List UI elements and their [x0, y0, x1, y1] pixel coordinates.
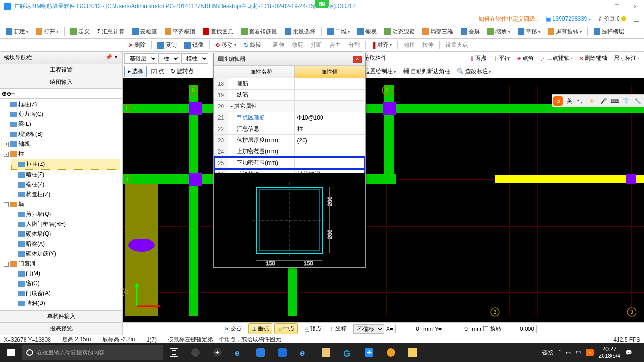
- point-tool[interactable]: 点: [149, 66, 166, 77]
- dimension-button[interactable]: 尺寸标注: [611, 53, 642, 64]
- pan-button[interactable]: 平移: [515, 26, 543, 37]
- grip-button[interactable]: 设置夹点: [443, 40, 471, 50]
- edge-icon[interactable]: e: [228, 343, 250, 362]
- tree-node[interactable]: 端柱(Z): [11, 180, 120, 189]
- trim-button[interactable]: 修剪: [289, 40, 306, 50]
- show-desktop[interactable]: [637, 346, 640, 360]
- tree-node[interactable]: -墙: [4, 199, 120, 209]
- 2d-button[interactable]: 二维: [324, 26, 353, 37]
- sum-button[interactable]: Σ汇总计算: [94, 26, 127, 37]
- local3d-button[interactable]: 局部三维: [420, 26, 456, 37]
- property-close-button[interactable]: ×: [353, 56, 362, 63]
- cloud-check-button[interactable]: 云检查: [129, 26, 160, 37]
- move-button[interactable]: ✥移动: [213, 40, 239, 50]
- tree-node[interactable]: -门窗洞: [4, 259, 120, 269]
- section-report[interactable]: 报表预览: [0, 322, 122, 335]
- ime-lang[interactable]: 英: [565, 96, 574, 106]
- parallel-button[interactable]: ⋕ 平行: [490, 53, 513, 64]
- ime-punct[interactable]: •，: [576, 96, 586, 106]
- taskbar-search[interactable]: 在这里输入你要搜索的内容: [22, 345, 163, 360]
- tree-node[interactable]: 门(M): [11, 269, 120, 279]
- delete-aux-button[interactable]: ✕ 删除辅轴: [576, 53, 610, 64]
- tray-icon-1[interactable]: ▭: [566, 349, 571, 356]
- open-button[interactable]: 打开: [33, 26, 61, 37]
- component-tree[interactable]: 框柱(Z)剪力墙(Q)梁(L)现浇板(B)+轴线-柱框柱(Z)暗柱(Z)端柱(Z…: [0, 99, 122, 310]
- section-draw[interactable]: 绘图输入: [0, 76, 122, 89]
- settings-icon[interactable]: [634, 16, 639, 22]
- delete-button[interactable]: ✕ 删除: [125, 40, 149, 50]
- tree-node[interactable]: 框柱(Z): [4, 99, 120, 109]
- screen-rotate-button[interactable]: 屏幕旋转: [545, 26, 585, 37]
- ime-toolbar[interactable]: S 英 •， ☺ 🎤 ⌨ 👕 🔧: [552, 94, 644, 107]
- tree-node[interactable]: 梁(L): [4, 119, 120, 129]
- y-input[interactable]: [444, 325, 470, 333]
- tray-ime-cn[interactable]: 中: [576, 349, 581, 357]
- type-select[interactable]: 框柱: [181, 53, 208, 64]
- break-button[interactable]: 打断: [308, 40, 325, 50]
- property-row[interactable]: 22 汇总信息柱: [214, 123, 365, 135]
- drawing-canvas[interactable]: 68 1BC 23: [123, 78, 644, 322]
- tree-node[interactable]: 墙洞(D): [11, 298, 120, 308]
- start-button[interactable]: [0, 343, 22, 362]
- corner-button[interactable]: ⋇ 点角: [514, 53, 537, 64]
- tree-node[interactable]: 剪力墙(Q): [4, 109, 120, 119]
- tree-node[interactable]: 砌体墙(Q): [11, 229, 120, 239]
- tree-node[interactable]: 人防门框墙(RF): [11, 219, 120, 229]
- extend-button[interactable]: 延伸: [270, 40, 287, 50]
- app-icon-7[interactable]: [380, 343, 402, 362]
- rotate-checkbox[interactable]: [483, 326, 488, 331]
- tree-node[interactable]: 门联窗(A): [11, 288, 120, 298]
- ime-mic-icon[interactable]: 🎤: [599, 96, 608, 106]
- merge-button[interactable]: 合并: [327, 40, 344, 50]
- observe-button[interactable]: 动态观察: [381, 26, 418, 37]
- level-button[interactable]: 平齐板顶: [162, 26, 198, 37]
- mirror-button[interactable]: 镜像: [182, 40, 206, 50]
- rotate-button[interactable]: ↻旋转: [241, 40, 264, 50]
- tree-node[interactable]: 暗梁(A): [11, 239, 120, 249]
- tray-sogou-icon[interactable]: S: [586, 349, 594, 356]
- snap-cross[interactable]: ✕ 交点: [222, 324, 245, 334]
- view-rebar-button[interactable]: 查看钢筋量: [238, 26, 280, 37]
- property-row[interactable]: 20- 其它属性: [214, 101, 365, 112]
- copy-button[interactable]: 复制: [155, 40, 180, 50]
- rotate-input[interactable]: [504, 325, 537, 333]
- ime-tool-icon[interactable]: 🔧: [633, 96, 642, 106]
- taskbar-clock[interactable]: 20:272018/6/4: [598, 346, 620, 360]
- property-table[interactable]: 属性名称 属性值 18 箍筋19 纵筋20- 其它属性21 节点区箍筋Φ10@1…: [214, 66, 365, 173]
- snap-top[interactable]: △ 顶点: [302, 324, 324, 334]
- split-button[interactable]: 分割: [346, 40, 363, 50]
- align-button[interactable]: ▐对齐: [369, 40, 395, 50]
- ime-skin-icon[interactable]: 👕: [621, 96, 631, 106]
- minimize-button[interactable]: —: [593, 2, 604, 11]
- maximize-button[interactable]: ☐: [611, 2, 622, 11]
- pin-icon[interactable]: 📌: [105, 54, 112, 60]
- app-icon-4[interactable]: [272, 343, 293, 362]
- category-select[interactable]: 柱: [158, 53, 180, 64]
- rotate-point-tool[interactable]: ↻ 旋转点: [168, 66, 197, 77]
- tray-link[interactable]: 链接: [542, 349, 553, 357]
- select-tool[interactable]: ▸ 选择: [124, 66, 147, 77]
- property-row[interactable]: 25 下加密范围(mm): [214, 157, 365, 169]
- select-floor-button[interactable]: 选择楼层: [591, 26, 627, 37]
- two-point-button[interactable]: ⋕ 两点: [467, 53, 489, 64]
- offset-button[interactable]: 偏移: [401, 40, 418, 50]
- three-aux-button[interactable]: ⋰ 三点辅轴: [537, 53, 575, 64]
- user-phone[interactable]: ▣ 13907298339 ▾: [546, 16, 591, 22]
- offset-mode-select[interactable]: 不偏移: [353, 324, 384, 334]
- app-icon-5[interactable]: G: [337, 343, 358, 362]
- snap-coord[interactable]: ⊹ 坐标: [326, 324, 349, 334]
- property-row[interactable]: 26 插筋构造纵筋锚固: [214, 169, 365, 173]
- app-icon-3[interactable]: [250, 343, 272, 362]
- ie-icon[interactable]: e: [293, 343, 315, 362]
- fullscreen-button[interactable]: 全屏: [458, 26, 483, 37]
- property-editor-title[interactable]: 属性编辑器 ×: [214, 53, 365, 66]
- bird-view-button[interactable]: 俯视: [355, 26, 380, 37]
- snap-mid[interactable]: ◇ 中点: [274, 323, 298, 334]
- help-link[interactable]: 如何在软件中定义四级..: [479, 15, 538, 23]
- batch-select-button[interactable]: 批量选择: [282, 26, 318, 37]
- property-row[interactable]: 23 保护层厚度(mm)(20): [214, 135, 365, 146]
- property-row[interactable]: 24 上加密范围(mm): [214, 146, 365, 157]
- new-button[interactable]: 新建: [3, 26, 31, 37]
- snap-vertex[interactable]: ⊥ 垂点: [248, 323, 272, 334]
- auto-corner-button[interactable]: ▦ 自动判断边角柱: [400, 66, 453, 77]
